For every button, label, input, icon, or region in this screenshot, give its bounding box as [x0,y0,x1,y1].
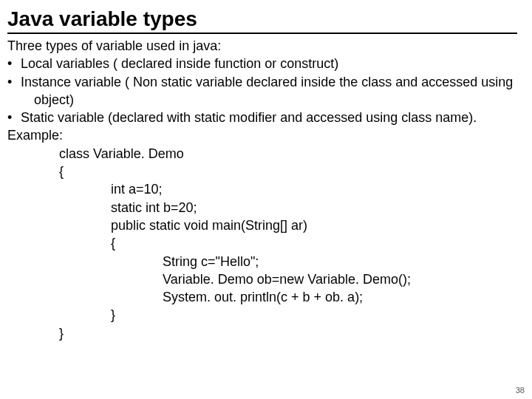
bullet-text: Instance variable ( Non static variable … [21,73,517,91]
bullet-marker: • [7,73,21,91]
bullet-marker: • [7,55,21,72]
bullet-item-2: • Instance variable ( Non static variabl… [7,73,517,91]
bullet-item-3: • Static variable (declared with static … [7,109,517,126]
intro-line: Three types of variable used in java: [7,37,517,55]
bullet-text: Local variables ( declared inside functi… [21,55,517,72]
code-line: Variable. Demo ob=new Variable. Demo(); [7,270,517,288]
bullet-text: Static variable (declared with static mo… [21,109,517,126]
body-content: Three types of variable used in java: • … [7,37,517,342]
code-line: public static void main(String[] ar) [7,216,517,234]
code-line: String c="Hello"; [7,253,517,270]
code-line: int a=10; [7,180,517,198]
code-line: } [7,324,517,342]
page-title: Java variable types [7,7,517,34]
code-line: System. out. println(c + b + ob. a); [7,288,517,306]
code-line: class Variable. Demo [7,145,517,163]
page-number: 38 [516,386,525,395]
example-label: Example: [7,126,517,144]
bullet-item-2-wrap: object) [7,91,517,109]
code-line: static int b=20; [7,199,517,216]
code-line: { [7,163,517,180]
bullet-marker: • [7,109,21,126]
code-line: { [7,234,517,252]
code-line: } [7,306,517,324]
bullet-item-1: • Local variables ( declared inside func… [7,55,517,72]
